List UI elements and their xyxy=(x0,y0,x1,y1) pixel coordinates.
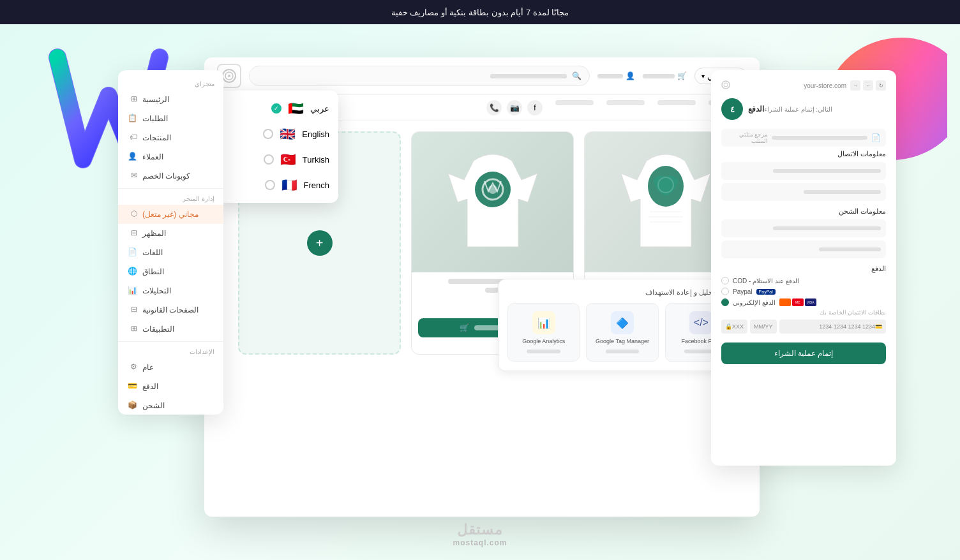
products-label: المنتجات xyxy=(142,133,171,142)
instagram-icon[interactable]: 📷 xyxy=(507,100,522,115)
admin-sidebar: متجراي الرئيسية ⊞ الطلبات 📋 المنتجات 🏷 ا… xyxy=(118,70,223,415)
sidebar-item-payment[interactable]: الدفع 💳 xyxy=(118,377,223,396)
payment-cod[interactable]: الدفع عند الاستلام - COD xyxy=(721,277,886,284)
google-analytics-icon: 📊 xyxy=(532,311,555,334)
sidebar-item-orders[interactable]: الطلبات 📋 xyxy=(118,109,223,128)
search-placeholder-bar xyxy=(490,74,567,78)
back-icon[interactable]: ← xyxy=(863,80,873,91)
nav-placeholder-4 xyxy=(555,100,594,105)
cart-icon-area[interactable]: 🛒 xyxy=(643,71,687,80)
tool-google-analytics[interactable]: 📊 Google Analytics xyxy=(507,303,580,362)
legal-icon: ⊟ xyxy=(127,305,137,315)
sidebar-item-apps[interactable]: التطبيقات ⊞ xyxy=(118,320,223,339)
store-search-bar[interactable]: 🔍 xyxy=(249,66,590,86)
arabic-lang-name: عربي xyxy=(310,104,329,114)
payment-electronic[interactable]: VISA MC الدفع الإلكتروني xyxy=(721,298,886,306)
contact-input-1[interactable] xyxy=(721,162,886,180)
step-sublabel: التالي: إتمام عملية الشراء xyxy=(764,106,886,113)
card-cvv-field[interactable]: XXX 🔒 xyxy=(721,320,747,334)
sidebar-item-analytics[interactable]: التحليلات 📊 xyxy=(118,281,223,300)
lang-option-arabic[interactable]: عربي 🇦🇪 ✓ xyxy=(217,96,338,121)
cod-radio xyxy=(721,277,729,284)
search-icon: 🔍 xyxy=(572,71,581,80)
card-icons: VISA MC xyxy=(779,298,816,306)
arabic-flag-icon: 🇦🇪 xyxy=(288,101,304,116)
cvv-lock-icon: 🔒 xyxy=(725,323,732,330)
sidebar-item-general[interactable]: عام ⚙ xyxy=(118,358,223,377)
user-text-placeholder xyxy=(597,74,623,78)
cart-text-placeholder xyxy=(643,74,675,78)
sidebar-item-coupons[interactable]: كوبونات الخصم ✉ xyxy=(118,166,223,186)
sidebar-item-plan[interactable]: مجاني (غير متعل) ⬡ xyxy=(118,205,223,224)
card-number-field[interactable]: 💳 1234 1234 1234 1234 xyxy=(779,320,886,334)
sidebar-item-domain[interactable]: النطاق 🌐 xyxy=(118,262,223,281)
card-expiry-field[interactable]: MM/YY xyxy=(750,320,777,334)
tools-title: أدوات التحليل و إعادة الاستهداف xyxy=(507,288,737,297)
sidebar-divider-2 xyxy=(118,341,223,342)
amex-icon xyxy=(779,298,791,306)
tools-card: أدوات التحليل و إعادة الاستهداف </> Face… xyxy=(498,279,747,371)
cart-btn-icon-2: 🛒 xyxy=(460,323,469,332)
card-cvv-value: XXX xyxy=(732,323,744,330)
chevron-down-icon: ▾ xyxy=(701,73,705,80)
lang-option-turkish[interactable]: Turkish 🇹🇷 xyxy=(217,147,338,172)
legal-label: الصفحات القانونية xyxy=(142,306,199,314)
shipping-input-2[interactable] xyxy=(721,240,886,258)
sidebar-item-appearance[interactable]: المظهر ⊟ xyxy=(118,224,223,243)
refresh-icon[interactable]: ↻ xyxy=(876,80,886,91)
languages-icon: 📄 xyxy=(127,247,137,258)
sidebar-item-home[interactable]: الرئيسية ⊞ xyxy=(118,90,223,109)
sidebar-item-products[interactable]: المنتجات 🏷 xyxy=(118,128,223,147)
user-icon: 👤 xyxy=(626,71,635,80)
facebook-pixel-icon: </> xyxy=(689,311,712,334)
contact-field-placeholder-2 xyxy=(804,190,881,194)
checkout-step: التالي: إتمام عملية الشراء الدفع ٤ xyxy=(721,98,886,120)
shipping-input-1[interactable] xyxy=(721,219,886,237)
add-product-icon[interactable]: + xyxy=(307,230,333,256)
french-lang-name: French xyxy=(304,181,329,190)
url-text: your-store.com xyxy=(734,82,846,89)
turkish-flag-icon: 🇹🇷 xyxy=(280,152,296,167)
contact-input-2[interactable] xyxy=(721,183,886,201)
nav-placeholder-3 xyxy=(606,100,645,105)
payment-icon: 💳 xyxy=(127,381,137,392)
tool-google-tag-manager[interactable]: 🔷 Google Tag Manager xyxy=(586,303,658,362)
sidebar-item-shipping[interactable]: الشحن 📦 xyxy=(118,396,223,415)
sidebar-manage-title: إدارة المتجر xyxy=(118,191,223,205)
sidebar-item-languages[interactable]: اللغات 📄 xyxy=(118,243,223,262)
card-number-row: 💳 1234 1234 1234 1234 MM/YY XXX 🔒 xyxy=(721,320,886,334)
user-icon-area[interactable]: 👤 xyxy=(597,71,635,80)
general-label: عام xyxy=(142,363,154,372)
home-icon: ⊞ xyxy=(127,94,137,105)
lang-option-french[interactable]: French 🇫🇷 xyxy=(217,172,338,198)
forward-icon[interactable]: → xyxy=(850,80,860,91)
sidebar-item-legal[interactable]: الصفحات القانونية ⊟ xyxy=(118,300,223,320)
card-icon-sm: 💳 xyxy=(875,323,882,330)
electronic-radio xyxy=(721,298,729,306)
home-label: الرئيسية xyxy=(142,95,169,104)
store-actions: 🛒 👤 xyxy=(597,71,687,80)
general-icon: ⚙ xyxy=(127,362,137,372)
store-header: 🌐 عربي ▾ 🛒 👤 🔍 xyxy=(204,57,760,95)
domain-icon: 🌐 xyxy=(127,267,137,277)
domain-label: النطاق xyxy=(142,267,164,276)
shipping-icon: 📦 xyxy=(127,401,137,411)
google-tag-manager-label: Google Tag Manager xyxy=(594,338,650,344)
watermark-domain: mostaql.com xyxy=(453,538,507,547)
apps-icon: ⊞ xyxy=(127,324,137,334)
analytics-label: التحليلات xyxy=(142,286,171,295)
facebook-icon[interactable]: f xyxy=(527,100,543,115)
payment-paypal[interactable]: PayPal Paypal xyxy=(721,288,886,295)
tools-grid: </> Facebook Pixel 🔷 Google Tag Manager … xyxy=(507,303,737,362)
language-dropdown: عربي 🇦🇪 ✓ English 🇬🇧 Turkish 🇹🇷 French 🇫… xyxy=(217,91,338,203)
google-analytics-label: Google Analytics xyxy=(516,338,571,344)
banner-text: مجانًا لمدة 7 أيام بدون بطاقة بنكية أو م… xyxy=(391,8,569,17)
plan-label: مجاني (غير متعل) xyxy=(142,210,199,219)
sidebar-item-customers[interactable]: العملاء 👤 xyxy=(118,147,223,166)
lang-option-english[interactable]: English 🇬🇧 xyxy=(217,121,338,147)
mastercard-icon: MC xyxy=(792,298,804,306)
phone-icon[interactable]: 📞 xyxy=(486,100,502,115)
social-icons: f 📷 📞 xyxy=(486,100,543,115)
checkout-submit-button[interactable]: إتمام عملية الشراء xyxy=(721,343,886,364)
shipping-section-title: معلومات الشحن xyxy=(721,207,886,216)
